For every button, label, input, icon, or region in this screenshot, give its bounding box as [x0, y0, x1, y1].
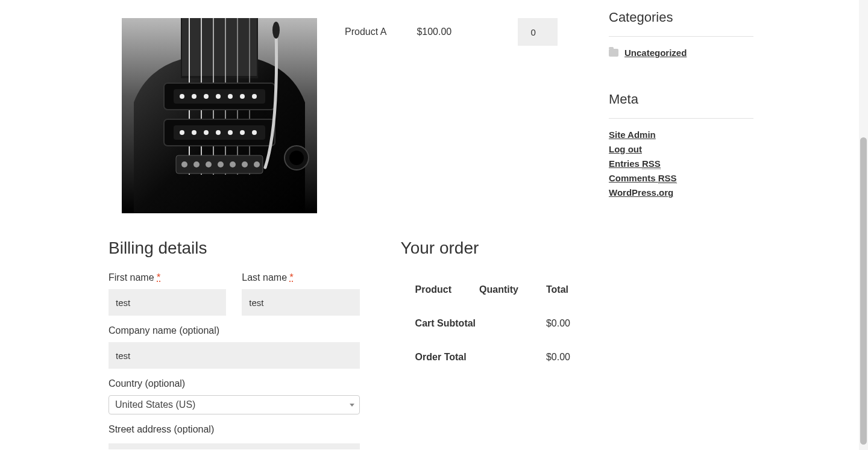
- svg-point-21: [192, 130, 197, 135]
- svg-point-19: [252, 94, 257, 99]
- svg-point-15: [204, 94, 209, 99]
- last-name-label: Last name *: [242, 272, 359, 283]
- company-label: Company name (optional): [108, 325, 360, 336]
- svg-point-26: [252, 130, 257, 135]
- th-total: Total: [533, 273, 583, 306]
- svg-point-30: [206, 161, 212, 167]
- sidebar: Categories Uncategorized Meta Site Admin…: [609, 0, 753, 450]
- table-header-row: Product Quantity Total: [402, 273, 583, 306]
- meta-heading: Meta: [609, 92, 753, 107]
- svg-point-31: [218, 161, 224, 167]
- folder-icon: [609, 49, 618, 57]
- svg-point-20: [180, 130, 184, 135]
- quantity-stepper[interactable]: [518, 18, 558, 46]
- product-price: $100.00: [417, 27, 451, 37]
- svg-point-18: [240, 94, 245, 99]
- link-wordpress-org[interactable]: WordPress.org: [609, 187, 673, 198]
- svg-point-28: [181, 161, 187, 167]
- svg-point-23: [216, 130, 221, 135]
- svg-point-34: [254, 161, 260, 167]
- svg-point-25: [240, 130, 245, 135]
- categories-heading: Categories: [609, 10, 753, 25]
- th-product: Product: [402, 273, 465, 306]
- meta-list: Site Admin Log out Entries RSS Comments …: [609, 130, 753, 198]
- first-name-label: First name *: [108, 272, 226, 283]
- divider: [609, 118, 753, 119]
- required-mark: *: [157, 272, 160, 283]
- link-site-admin[interactable]: Site Admin: [609, 130, 656, 140]
- subtotal-value: $0.00: [533, 307, 583, 340]
- total-value: $0.00: [533, 341, 583, 373]
- svg-point-29: [193, 161, 200, 167]
- svg-point-32: [230, 161, 236, 167]
- order-title: Your order: [401, 239, 585, 258]
- product-name: Product A: [345, 27, 386, 37]
- th-quantity: Quantity: [466, 273, 532, 306]
- chevron-down-icon: [350, 404, 354, 407]
- total-label: Order Total: [402, 341, 532, 373]
- country-label: Country (optional): [108, 378, 360, 389]
- svg-point-14: [192, 94, 197, 99]
- subtotal-label: Cart Subtotal: [402, 307, 532, 340]
- order-table: Product Quantity Total Cart Subtotal $0.…: [401, 272, 585, 375]
- last-name-field[interactable]: [242, 289, 359, 316]
- svg-point-33: [242, 161, 248, 167]
- svg-point-17: [228, 94, 233, 99]
- category-link-uncategorized[interactable]: Uncategorized: [624, 48, 687, 58]
- divider: [609, 36, 753, 37]
- total-row: Order Total $0.00: [402, 341, 583, 373]
- your-order: Your order Product Quantity Total Cart S…: [401, 239, 585, 450]
- svg-point-22: [204, 130, 209, 135]
- required-mark: *: [289, 272, 293, 283]
- scrollbar[interactable]: [859, 0, 868, 450]
- first-name-field[interactable]: [108, 289, 226, 316]
- link-comments-rss[interactable]: Comments RSS: [609, 173, 677, 184]
- svg-point-13: [180, 94, 184, 99]
- svg-rect-2: [182, 18, 257, 76]
- svg-point-35: [272, 22, 280, 39]
- svg-point-24: [228, 130, 233, 135]
- link-entries-rss[interactable]: Entries RSS: [609, 158, 661, 169]
- svg-point-16: [216, 94, 221, 99]
- country-select[interactable]: United States (US): [108, 395, 360, 414]
- country-value: United States (US): [115, 399, 195, 410]
- product-image: [122, 18, 317, 213]
- company-field[interactable]: [108, 342, 360, 369]
- street-field[interactable]: [108, 443, 360, 449]
- scroll-thumb[interactable]: [860, 137, 867, 445]
- product-row: Product A $100.00: [108, 0, 585, 213]
- category-item: Uncategorized: [609, 48, 753, 58]
- link-logout[interactable]: Log out: [609, 144, 642, 154]
- svg-point-37: [289, 151, 304, 165]
- subtotal-row: Cart Subtotal $0.00: [402, 307, 583, 340]
- billing-details: Billing details First name * Last name *…: [108, 239, 360, 450]
- billing-title: Billing details: [108, 239, 360, 258]
- street-label: Street address (optional): [108, 424, 360, 435]
